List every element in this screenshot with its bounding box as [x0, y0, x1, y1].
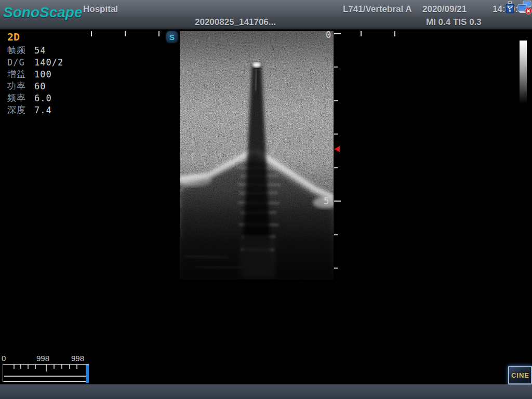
param-panel: 2D 帧频 54 D/G 140/2 增益 100 功率 60 频率 6.0 深… [7, 31, 63, 116]
ruler-tick [334, 100, 338, 101]
usb-icon[interactable] [504, 1, 516, 14]
param-value: 6.0 [34, 93, 52, 103]
param-value: 7.4 [34, 105, 52, 115]
cine-total-label: 998 [71, 354, 84, 363]
param-label: 深度 [7, 104, 34, 116]
param-row: 频率 6.0 [7, 92, 63, 104]
ruler-tick [91, 31, 92, 36]
param-row: 功率 60 [7, 80, 63, 92]
param-label: D/G [7, 57, 34, 68]
cine-current-label: 998 [36, 354, 49, 363]
header-bar: SonoScape Hospital L741/Vertebral A 2020… [0, 0, 532, 30]
cine-position-marker[interactable] [86, 365, 89, 383]
ruler-origin-label: 0 [326, 30, 331, 40]
param-label: 帧频 [7, 44, 34, 56]
status-bar [0, 384, 532, 399]
cine-tick [46, 365, 47, 371]
param-label: 增益 [7, 68, 34, 80]
cine-tick [28, 365, 29, 369]
ruler-tick [158, 31, 159, 36]
param-value: 54 [34, 45, 46, 56]
cine-tick [54, 365, 55, 369]
cine-tick [35, 365, 36, 369]
cine-scrollbar[interactable] [3, 364, 89, 382]
grayscale-bar [520, 41, 527, 104]
ruler-tick [334, 201, 341, 202]
cine-tick [69, 365, 70, 369]
cine-track[interactable] [4, 376, 87, 382]
ruler-depth-label: 5 [324, 196, 329, 206]
param-row: 深度 7.4 [7, 104, 63, 116]
cine-tick [14, 365, 15, 369]
ruler-tick [394, 31, 395, 36]
mode-label: 2D [7, 31, 63, 44]
focus-marker-icon [334, 146, 340, 152]
param-row: D/G 140/2 [7, 56, 63, 68]
cine-tick [76, 365, 77, 369]
screen: SonoScape Hospital L741/Vertebral A 2020… [0, 0, 532, 399]
cine-tick [20, 365, 21, 369]
exam-date: 2020/09/21 [422, 4, 467, 15]
ruler-tick [334, 134, 338, 135]
cine-button[interactable]: CINE [508, 366, 532, 384]
ruler-tick [334, 167, 338, 168]
param-value: 100 [34, 69, 52, 79]
ruler-tick [125, 31, 126, 36]
orientation-marker: S [166, 31, 178, 43]
exam-id: 20200825_141706... [195, 17, 276, 28]
probe-preset: L741/Vertebral A [343, 4, 412, 15]
mi-tis-readout: MI 0.4 TIS 0.3 [426, 17, 482, 28]
param-row: 增益 100 [7, 68, 63, 80]
cine-start-label: 0 [2, 354, 6, 363]
ruler-tick [334, 234, 338, 235]
ruler-tick [334, 33, 341, 34]
param-label: 频率 [7, 92, 34, 104]
param-value: 60 [34, 81, 46, 91]
network-error-icon[interactable] [517, 1, 532, 15]
ultrasound-image [180, 31, 334, 280]
ruler-tick [361, 31, 362, 36]
ruler-tick [334, 66, 338, 68]
cine-tick [61, 365, 62, 369]
param-label: 功率 [7, 80, 34, 92]
brand-logo: SonoScape [3, 4, 82, 21]
param-row: 帧频 54 [7, 44, 63, 56]
param-value: 140/2 [34, 57, 63, 68]
hospital-name: Hospital [83, 4, 118, 15]
ruler-tick [334, 268, 338, 269]
